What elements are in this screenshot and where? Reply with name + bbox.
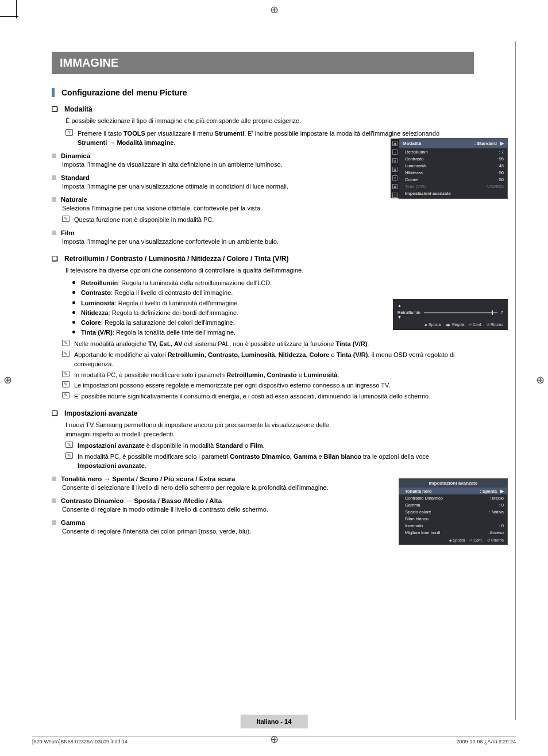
osd-row-label: Gamma [405, 502, 420, 508]
note: ✎ In modalità PC, è possibile modificare… [65, 452, 465, 471]
note-icon: ✎ [62, 392, 70, 398]
section-heading-text: Configurazione del menu Picture [61, 88, 187, 97]
item-label: Film [61, 229, 75, 236]
osd-header: Modalità : Standard ▶ [399, 139, 507, 148]
osd-help-bar: Sposta Conf. Ritorno [399, 536, 507, 544]
osd-row: Tinta (V/R) : V50/R50 [399, 183, 507, 190]
osd-menu-immagine: ▣ ♪ ◍ ✿ ≡ ▦ ◫ Modalità : Standard ▶ Retr… [399, 138, 508, 199]
help-item: Sposta [449, 538, 465, 542]
body-text: Imposta l'immagine per una visualizzazio… [62, 237, 465, 247]
osd-panel-title: Impostazioni avanzate [399, 479, 507, 488]
note: ✎Apportando le modifiche ai valori Retro… [62, 351, 465, 369]
body-text: Seleziona l'immagine per una visione ott… [62, 204, 465, 213]
osd-row-value: : 7 [499, 149, 504, 155]
osd-help-bar: Sposta Regola Conf. Ritorno [398, 323, 503, 327]
slider-value: 7 [501, 310, 503, 315]
osd-row-value: : 0 [499, 523, 504, 528]
item-label: Gamma [61, 519, 85, 526]
doc-footer-right: 2009-10-08 ¿ÀÀü 9:29:24 [456, 739, 516, 745]
doc-footer-left: [620-Weuro]BN68-02326A-03L09.indd 14 [32, 739, 128, 745]
note-icon: ✎ [65, 452, 73, 459]
body-text: Contrasto: Regola il livello di contrast… [81, 288, 233, 298]
osd-row: Retroillumin: 7 [399, 148, 507, 155]
list-item: Film [52, 229, 465, 236]
note: ✎ Impostazioni avanzate è disponibile in… [65, 442, 465, 451]
osd-row: Bilan bianco [399, 515, 507, 522]
body-text: In modalità PC, è possibile modificare s… [74, 371, 465, 380]
osd-row-value: : Spenta [480, 489, 497, 494]
square-bullet-icon [52, 231, 56, 235]
osd-row-label: Spazio colore [405, 509, 431, 515]
osd-row-value: : Medio [489, 496, 504, 501]
nav-arrow-up-icon: ▲ [398, 304, 503, 308]
bullet-item: Contrasto: Regola il livello di contrast… [72, 288, 465, 298]
body-text: I nuovi TV Samsung permettono di imposta… [65, 421, 353, 439]
osd-row-label: Migliora imm bordi [405, 530, 440, 535]
osd-row-label: Tonalità nero [405, 489, 432, 494]
osd-sidebar: ▣ ♪ ◍ ✿ ≡ ▦ ◫ [391, 139, 399, 198]
body-text: Le impostazioni possono essere regolate … [74, 381, 465, 390]
osd-row-label: Tinta (V/R) [405, 184, 426, 189]
osd-row: Luminosità: 45 [399, 162, 507, 169]
osd-row: Nitidezza: 50 [399, 169, 507, 176]
osd-row-value: : Nativa [489, 509, 504, 515]
osd-row-label: Bilan bianco [405, 516, 429, 521]
note: ✎E' possibile ridurre significativamente… [62, 392, 465, 401]
osd-row-value: : Acceso [488, 530, 504, 535]
osd-header-value: : Standard [474, 141, 497, 146]
body-text: È possibile selezionare il tipo di immag… [65, 117, 465, 126]
body-text: Colore: Regola la saturazione dei colori… [81, 318, 234, 328]
bullet-dot-icon [72, 301, 75, 304]
help-item: Ritorno [487, 323, 503, 327]
note-icon: ✎ [62, 340, 70, 346]
chevron-right-icon: ▶ [500, 489, 504, 494]
body-text: Luminosità: Regola il livello di luminos… [81, 298, 239, 308]
note: ✎In modalità PC, è possibile modificare … [62, 371, 465, 380]
bullet-dot-icon [72, 311, 75, 314]
sound-icon: ♪ [392, 149, 398, 155]
square-bullet-icon [52, 498, 56, 503]
note: ✎ Questa funzione non è disponibile in m… [62, 216, 465, 225]
channel-icon: ◍ [392, 158, 398, 163]
bullet-item: Retroillumin: Regola la luminosità della… [72, 278, 465, 288]
note-icon: ✎ [62, 371, 70, 377]
body-text: Il televisore ha diverse opzioni che con… [65, 266, 465, 275]
square-bullet-icon [52, 477, 56, 481]
list-marker-icon: ❏ [52, 255, 60, 263]
item-label: Tonalità nero → Spenta / Scuro / Più scu… [61, 475, 235, 482]
square-bullet-icon [52, 197, 56, 202]
subsection-heading: ❏ Modalità [52, 105, 465, 113]
body-text: Tinta (V/R): Regola la tonalità delle ti… [81, 328, 236, 337]
osd-row-label: Contrasto [405, 156, 424, 162]
item-label: Contrasto Dinamico → Sposta / Basso /Med… [61, 497, 222, 504]
list-marker-icon: ❏ [52, 409, 60, 417]
body-text: Nelle modalità analogiche TV, Est., AV d… [74, 340, 465, 349]
help-item: Ritorno [487, 538, 504, 542]
body-text: In modalità PC, è possibile modificare s… [78, 452, 465, 471]
note: ✎Le impostazioni possono essere regolate… [62, 381, 465, 390]
osd-row-value: : V50/R50 [485, 184, 504, 189]
item-label: Standard [61, 174, 90, 181]
body-text: E' possibile ridurre significativamente … [74, 392, 465, 401]
bullet-dot-icon [72, 321, 75, 324]
osd-row-value: : 45 [496, 163, 504, 168]
osd-row-label: Luminosità [405, 163, 426, 168]
help-item: Conf. [469, 323, 482, 327]
osd-row-value: : 0 [499, 502, 504, 508]
osd-row: Contrasto Dinamico: Medio [399, 494, 507, 501]
subsection-heading-text: Modalità [64, 105, 92, 113]
slider-thumb [492, 310, 493, 315]
osd-row: Colore: 50 [399, 176, 507, 183]
body-text: Impostazioni avanzate è disponibile in m… [78, 442, 465, 451]
app-icon: ▦ [392, 184, 398, 189]
bullet-dot-icon [72, 331, 75, 333]
chevron-right-icon: ▶ [500, 141, 504, 146]
section-title-bar: IMMAGINE [52, 52, 474, 74]
heading-accent-icon [52, 88, 55, 97]
help-item: Conf. [469, 538, 483, 542]
picture-icon: ▣ [392, 141, 398, 146]
osd-row: Contrasto: 95 [399, 155, 507, 162]
note-icon: ✎ [62, 351, 70, 357]
help-item: Sposta [424, 323, 441, 327]
item-label: Dinamica [61, 152, 90, 159]
